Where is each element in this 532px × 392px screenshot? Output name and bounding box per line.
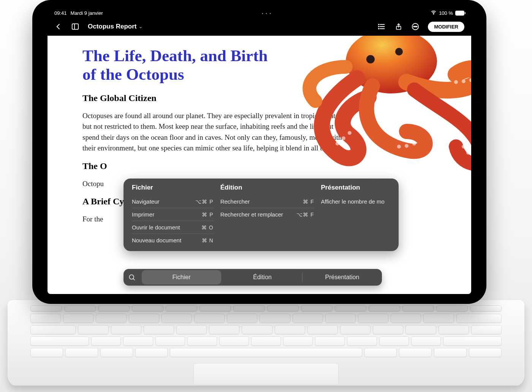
- hud-item-rechercher[interactable]: Rechercher⌘ F: [220, 195, 314, 208]
- hud-col-presentation: Présentation Afficher le nombre de mo: [314, 184, 390, 247]
- svg-point-26: [462, 145, 466, 149]
- app-toolbar: Octopus Report ⌄ MODIFIER: [48, 17, 471, 36]
- status-time: 09:41: [54, 10, 67, 16]
- hud-item-shortcut: ⌥⌘ F: [296, 212, 314, 218]
- battery-label: 100 %: [439, 10, 453, 16]
- hud-item-label: Navigateur: [132, 198, 160, 205]
- magic-keyboard: [8, 300, 524, 386]
- svg-point-23: [454, 80, 458, 84]
- back-button[interactable]: [54, 22, 63, 31]
- svg-point-27: [466, 151, 470, 155]
- share-icon[interactable]: [394, 22, 403, 31]
- svg-point-6: [378, 24, 379, 25]
- hud-item-label: Nouveau document: [132, 237, 181, 243]
- svg-point-22: [412, 142, 416, 145]
- multitask-dots-icon[interactable]: [262, 10, 272, 16]
- keyboard-shortcut-hud: Fichier Navigateur⌥⌘ P Imprimer⌘ P Ouvri…: [124, 179, 399, 251]
- svg-point-14: [346, 36, 437, 93]
- hud-item-label: Afficher le nombre de mo: [321, 198, 385, 205]
- trackpad: [193, 363, 339, 385]
- document-page: The Life, Death, and Birth of the Octopu…: [48, 36, 471, 294]
- ipad-screen: 09:41 Mardi 9 janvier 100 %: [48, 8, 471, 294]
- hud-item-navigateur[interactable]: Navigateur⌥⌘ P: [132, 195, 214, 208]
- hud-item-afficher-mots[interactable]: Afficher le nombre de mo: [321, 195, 390, 208]
- svg-point-25: [469, 78, 471, 82]
- hud-item-shortcut: ⌘ F: [303, 199, 314, 205]
- document-title[interactable]: Octopus Report ⌄: [88, 23, 142, 30]
- hud-item-label: Imprimer: [132, 211, 154, 218]
- hud-item-shortcut: ⌘ P: [202, 212, 213, 218]
- section-heading-1: The Global Citizen: [82, 93, 437, 103]
- hud-search-button[interactable]: [124, 273, 140, 281]
- status-date: Mardi 9 janvier: [71, 10, 103, 16]
- hud-tab-fichier[interactable]: Fichier: [142, 270, 221, 285]
- section-heading-2: The O: [82, 161, 437, 171]
- svg-point-24: [462, 79, 466, 83]
- svg-point-28: [129, 275, 134, 279]
- section-body-1: Octopuses are found all around our plane…: [82, 111, 356, 154]
- wifi-icon: [431, 9, 437, 17]
- hud-item-imprimer[interactable]: Imprimer⌘ P: [132, 208, 214, 221]
- hud-tab-presentation[interactable]: Présentation: [302, 270, 382, 285]
- hud-item-shortcut: ⌘ N: [202, 237, 214, 243]
- hud-heading-fichier: Fichier: [132, 184, 214, 191]
- status-bar: 09:41 Mardi 9 janvier 100 %: [48, 8, 471, 17]
- hud-col-edition: Édition Rechercher⌘ F Rechercher et remp…: [214, 184, 314, 247]
- svg-point-7: [378, 26, 379, 27]
- chevron-down-icon: ⌄: [139, 24, 142, 29]
- svg-point-21: [405, 144, 408, 148]
- hud-item-ouvrir[interactable]: Ouvrir le document⌘ O: [132, 221, 214, 234]
- hud-tab-bar: Fichier Édition Présentation: [124, 269, 382, 286]
- svg-line-29: [133, 278, 135, 280]
- document-title-label: Octopus Report: [88, 23, 136, 30]
- svg-point-11: [414, 26, 415, 27]
- hud-item-label: Ouvrir le document: [132, 224, 180, 231]
- hud-item-shortcut: ⌥⌘ P: [195, 199, 213, 205]
- hud-item-shortcut: ⌘ O: [201, 224, 214, 231]
- svg-point-20: [397, 145, 401, 149]
- hud-heading-edition: Édition: [220, 184, 314, 191]
- ipad-frame: 09:41 Mardi 9 janvier 100 %: [32, 0, 486, 304]
- more-icon[interactable]: [411, 22, 420, 31]
- sidebar-toggle-icon[interactable]: [71, 22, 79, 31]
- hud-heading-presentation: Présentation: [321, 184, 390, 191]
- battery-icon: [455, 11, 464, 16]
- hud-item-nouveau[interactable]: Nouveau document⌘ N: [132, 234, 214, 247]
- modify-button[interactable]: MODIFIER: [428, 22, 464, 32]
- svg-point-13: [416, 26, 417, 27]
- hud-tab-edition[interactable]: Édition: [223, 270, 302, 285]
- svg-point-12: [415, 26, 416, 27]
- svg-point-0: [433, 14, 434, 14]
- page-title: The Life, Death, and Birth of the Octopu…: [82, 46, 272, 84]
- hud-col-fichier: Fichier Navigateur⌥⌘ P Imprimer⌘ P Ouvri…: [132, 184, 214, 247]
- keyboard-keys: [8, 300, 524, 361]
- hud-item-rechercher-remplacer[interactable]: Rechercher et remplacer⌥⌘ F: [220, 208, 314, 221]
- svg-rect-1: [72, 24, 79, 30]
- svg-point-8: [378, 28, 379, 29]
- svg-point-16: [395, 48, 403, 55]
- svg-point-15: [366, 55, 375, 63]
- list-icon[interactable]: [378, 22, 386, 31]
- hud-item-label: Rechercher: [220, 198, 250, 205]
- hud-item-label: Rechercher et remplacer: [220, 211, 283, 218]
